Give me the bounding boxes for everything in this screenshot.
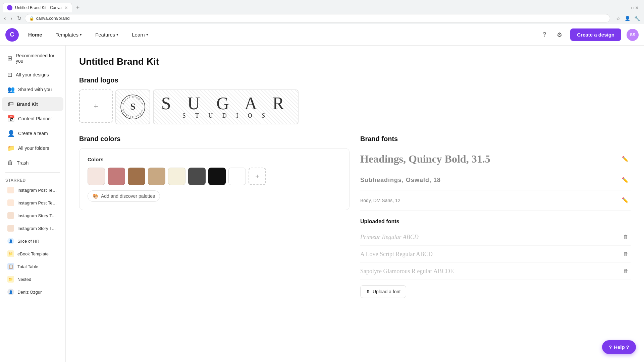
starred-item-insta2[interactable]: Instagram Post Templa... [2,197,63,209]
sugar-logo-large-card[interactable]: S U G A R S T U D I O S [153,89,299,124]
sidebar-item-all-folders[interactable]: 📁 All your folders [2,141,63,155]
add-palette-label: Add and discover palettes [101,193,155,199]
starred-item-insta3[interactable]: Instagram Story Templa... [2,209,63,222]
col-right: Brand fonts Headings, Quincy Bold, 31.5 … [360,135,631,298]
starred-item-slice-hr[interactable]: 👤 Slice of HR [2,235,63,247]
pencil-icon-body: ✏️ [622,197,629,203]
close-window-btn[interactable]: ✕ [635,5,639,10]
font-heading-preview: Headings, Quincy Bold, 31.5 [360,153,620,165]
color-swatch-white[interactable] [228,168,246,185]
help-nav-button[interactable]: ? [540,28,549,41]
extension-icon[interactable]: 🔧 [633,14,641,22]
sugar-text-large: S U G A R S T U D I O S [161,95,290,119]
colors-container: Colors + [79,148,350,210]
color-swatches: + [88,168,341,185]
canva-logo[interactable]: C [5,28,19,42]
gear-icon: ⚙ [557,32,562,38]
delete-font-3-button[interactable]: 🗑 [621,266,631,276]
canva-logo-letter: C [10,31,14,38]
starred-item-insta4[interactable]: Instagram Story Templa... [2,222,63,234]
tab-favicon [7,5,12,10]
active-tab[interactable]: Untitled Brand Kit - Canva ✕ [3,3,72,12]
trash-icon: 🗑 [7,159,13,166]
trash-icon-font-2: 🗑 [623,251,629,257]
starred-item-deniz[interactable]: 👤 Deniz Ozgur [2,286,63,298]
sidebar-item-content-planner[interactable]: 📅 Content Planner [2,112,63,126]
color-swatch-sand[interactable] [148,168,165,185]
body-layout: ⊞ Recommended for you ⊡ All your designs… [0,46,644,362]
starred-label-ebook: eBook Template [17,251,58,256]
new-tab-button[interactable]: + [73,3,83,12]
url-bar[interactable]: 🔒 canva.com/brand [25,14,610,22]
add-color-button[interactable]: + [249,168,266,185]
back-button[interactable]: ‹ [3,14,7,23]
brand-logos-title: Brand logos [79,76,631,84]
browser-chrome: Untitled Brand Kit - Canva ✕ + — □ ✕ ‹ ›… [0,0,644,24]
edit-body-font-button[interactable]: ✏️ [620,195,631,205]
starred-icon-insta1 [7,187,14,193]
tab-close-button[interactable]: ✕ [64,5,68,10]
sidebar-item-shared[interactable]: 👥 Shared with you [2,82,63,97]
upload-font-label: Upload a font [373,289,400,294]
nav-templates[interactable]: Templates ▾ [52,29,86,40]
brand-logos-section: Brand logos + S [79,76,631,124]
nav-learn[interactable]: Learn ▾ [128,29,152,40]
sidebar-label-content-planner: Content Planner [18,116,58,121]
plus-icon: + [94,102,98,111]
starred-label-insta2: Instagram Post Templa... [17,200,58,205]
sugar-logo-small-card[interactable]: S SUGAR STUDIOS SUGAR STUDIOS [115,89,150,124]
bookmark-star-icon[interactable]: ☆ [615,14,622,22]
color-swatch-blush[interactable] [88,168,105,185]
color-swatch-cream[interactable] [168,168,185,185]
color-swatch-rose[interactable] [108,168,125,185]
create-design-button[interactable]: Create a design [570,28,621,41]
settings-nav-button[interactable]: ⚙ [554,28,565,41]
sidebar-item-all-designs[interactable]: ⊡ All your designs [2,68,63,82]
delete-font-2-button[interactable]: 🗑 [621,249,631,259]
sidebar-divider [5,172,60,173]
help-button[interactable]: ? Help ? [602,340,636,354]
sugar-logo-small: S SUGAR STUDIOS SUGAR STUDIOS [116,90,150,124]
sidebar-item-brand-kit[interactable]: 🏷 Brand Kit [2,97,63,111]
learn-chevron-icon: ▾ [146,33,148,37]
add-logo-button[interactable]: + [79,89,113,123]
starred-icon-deniz: 👤 [7,289,14,295]
sidebar-item-create-team[interactable]: 👤 Create a team [2,126,63,140]
sidebar-label-shared: Shared with you [18,87,58,92]
starred-item-total-table[interactable]: 📋 Total Table [2,260,63,273]
edit-heading-font-button[interactable]: ✏️ [620,154,631,164]
maximize-btn[interactable]: □ [632,5,634,10]
sidebar-item-trash[interactable]: 🗑 Trash [2,156,63,170]
trash-icon-font-1: 🗑 [623,234,629,240]
color-swatch-black[interactable] [208,168,226,185]
color-swatch-dark-gray[interactable] [188,168,206,185]
profile-icon[interactable]: 👤 [623,14,632,22]
starred-item-nested[interactable]: 📁 Nested [2,273,63,285]
nav-features[interactable]: Features ▾ [91,29,122,40]
starred-item-ebook[interactable]: 📁 eBook Template [2,248,63,260]
brand-kit-icon: 🏷 [7,101,13,108]
edit-subheading-font-button[interactable]: ✏️ [620,175,631,185]
color-swatch-brown[interactable] [128,168,145,185]
user-avatar[interactable]: SS [627,29,639,41]
delete-font-1-button[interactable]: 🗑 [621,232,631,242]
starred-label-total-table: Total Table [17,264,58,269]
app-container: C Home Templates ▾ Features ▾ Learn ▾ ? … [0,24,644,362]
nav-home[interactable]: Home [24,29,46,40]
brand-fonts-title: Brand fonts [360,135,631,143]
starred-icon-insta3 [7,212,14,219]
minimize-btn[interactable]: — [626,5,630,10]
reload-button[interactable]: ↻ [16,14,23,23]
page-title: Untitled Brand Kit [79,56,631,67]
starred-item-insta1[interactable]: Instagram Post Templa... [2,184,63,196]
browser-actions: ☆ 👤 🔧 [615,14,641,22]
forward-button[interactable]: › [9,14,13,23]
uploaded-font-row-3: Sapolyre Glamorous R egular ABCDE 🗑 [360,263,631,280]
upload-font-button[interactable]: ⬆ Upload a font [360,285,406,298]
help-label: Help ? [614,344,629,350]
sidebar-label-recommended: Recommended for you [16,53,58,64]
starred-label-nested: Nested [17,277,58,282]
add-palette-button[interactable]: 🎨 Add and discover palettes [88,190,160,202]
font-body-preview: Body, DM Sans, 12 [360,197,620,203]
sidebar-item-recommended[interactable]: ⊞ Recommended for you [2,50,63,67]
